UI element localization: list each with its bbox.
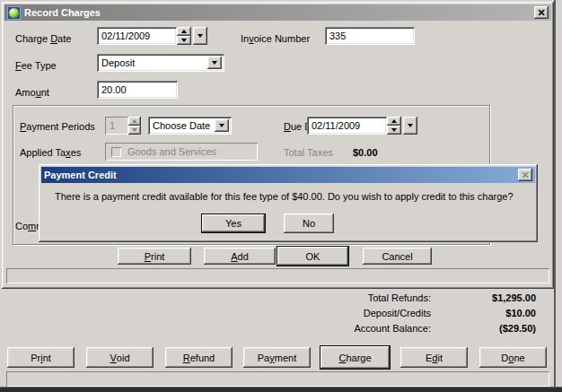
payment-periods-spinner (128, 117, 141, 135)
void-button[interactable]: Void (86, 347, 154, 368)
date-mode-dropdown-button[interactable] (215, 119, 229, 132)
fee-type-label: Fee Type (15, 59, 57, 72)
add-button[interactable]: Add (204, 248, 276, 265)
chevron-down-icon (198, 34, 203, 38)
chevron-down-icon (212, 61, 217, 65)
spin-up-icon[interactable] (177, 27, 191, 36)
deposit-credits-value: $10.00 (437, 307, 536, 319)
due-date-input[interactable]: 02/11/2009 (307, 117, 387, 135)
invoice-number-label: Invoice Number (241, 32, 310, 45)
invoice-number-input[interactable]: 335 (325, 27, 415, 45)
window-title: Record Charges (24, 7, 101, 18)
charge-date-spinner[interactable] (177, 27, 191, 45)
record-charges-titlebar[interactable]: Record Charges ✕ (4, 4, 551, 21)
form-status-bar (6, 268, 549, 283)
account-balance-label: Account Balance: (260, 322, 431, 335)
due-date-spinner[interactable] (387, 117, 401, 135)
fee-type-dropdown-button[interactable] (207, 57, 222, 69)
spin-up-icon[interactable] (387, 117, 401, 126)
charge-date-dropdown-button[interactable] (193, 27, 207, 45)
close-icon: ✕ (537, 8, 545, 17)
dialog-close-button: ✕ (518, 169, 532, 181)
applied-taxes-panel: Goods and Services (105, 143, 258, 161)
payment-button[interactable]: Payment (243, 347, 311, 368)
applied-taxes-label: Applied Taxes (20, 146, 81, 159)
spin-down-icon (128, 126, 141, 135)
total-taxes-value: $0.00 (353, 146, 378, 159)
cancel-button[interactable]: Cancel (363, 248, 432, 265)
chevron-down-icon (219, 124, 224, 127)
window-bottom-edge (0, 387, 562, 392)
chevron-down-icon (408, 124, 413, 127)
amount-label: Amount (15, 86, 49, 99)
yes-button[interactable]: Yes (201, 213, 266, 233)
payment-periods-label: Payment Periods (20, 120, 95, 133)
toolbar-print-button[interactable]: Print (7, 347, 75, 368)
total-refunds-label: Total Refunds: (260, 292, 431, 304)
payment-credit-titlebar[interactable]: Payment Credit ✕ (41, 167, 535, 183)
total-taxes-label: Total Taxes (284, 146, 333, 159)
no-button[interactable]: No (284, 213, 334, 233)
payment-credit-dialog: Payment Credit ✕ There is a payment cred… (39, 164, 538, 242)
spin-down-icon[interactable] (177, 36, 191, 45)
total-refunds-value: $1,295.00 (437, 292, 536, 304)
account-balance-value: ($29.50) (437, 322, 536, 335)
goods-services-checkbox (111, 147, 121, 157)
charge-button[interactable]: Charge (320, 345, 391, 370)
refund-button[interactable]: Refund (165, 347, 233, 368)
charge-date-label: Charge Date (15, 32, 71, 45)
dialog-message: There is a payment credit available for … (55, 191, 526, 202)
close-button[interactable]: ✕ (534, 6, 549, 19)
spin-down-icon[interactable] (387, 126, 401, 135)
fee-type-select[interactable]: Deposit (97, 54, 224, 72)
goods-services-label: Goods and Services (127, 146, 216, 157)
amount-input[interactable]: 20.00 (97, 81, 178, 99)
done-button[interactable]: Done (479, 347, 547, 368)
screen: Record Charges ✕ Charge Date 02/11/2009 … (0, 0, 562, 392)
bottom-status-bar (6, 371, 549, 387)
charge-date-input[interactable]: 02/11/2009 (97, 27, 177, 45)
deposit-credits-label: Deposit/Credits (260, 307, 431, 319)
edit-button[interactable]: Edit (400, 347, 468, 368)
spin-up-icon (128, 117, 141, 126)
dialog-title: Payment Credit (44, 170, 117, 180)
comments-label: Comm (15, 220, 40, 232)
print-button[interactable]: Print (118, 248, 191, 265)
app-icon (7, 6, 21, 20)
record-charges-window: Record Charges ✕ Charge Date 02/11/2009 … (2, 2, 554, 289)
window-right-edge (554, 0, 556, 392)
ok-button[interactable]: OK (277, 246, 349, 266)
due-date-dropdown-button[interactable] (403, 117, 417, 135)
close-icon: ✕ (521, 170, 529, 179)
payment-periods-input: 1 (105, 117, 128, 135)
